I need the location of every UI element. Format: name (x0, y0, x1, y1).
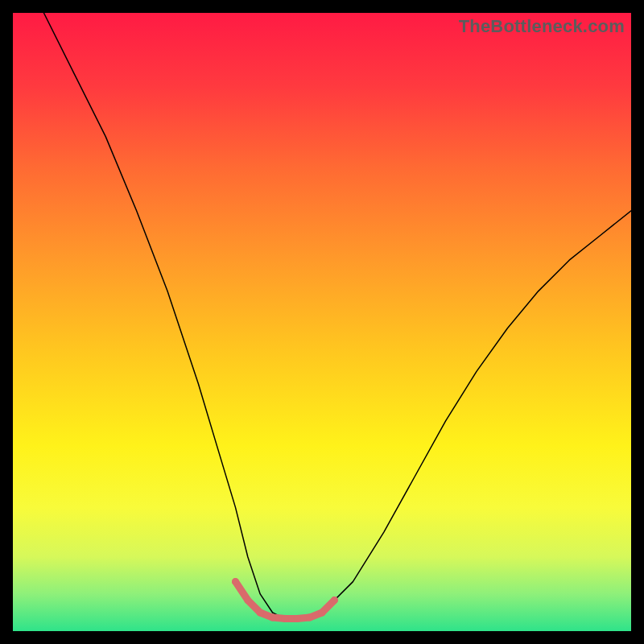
series-marker (232, 578, 239, 585)
gradient-background (13, 13, 631, 631)
series-marker (244, 597, 251, 604)
plot-area: TheBottleneck.com (13, 13, 631, 631)
series-marker (331, 597, 338, 604)
chart-frame: TheBottleneck.com (0, 0, 644, 644)
series-marker (281, 615, 288, 622)
series-marker (319, 609, 326, 617)
series-marker (257, 609, 264, 617)
series-marker (269, 614, 276, 621)
series-marker (306, 614, 313, 621)
chart-svg (13, 13, 631, 631)
series-marker (294, 615, 301, 622)
watermark-text: TheBottleneck.com (459, 16, 625, 37)
